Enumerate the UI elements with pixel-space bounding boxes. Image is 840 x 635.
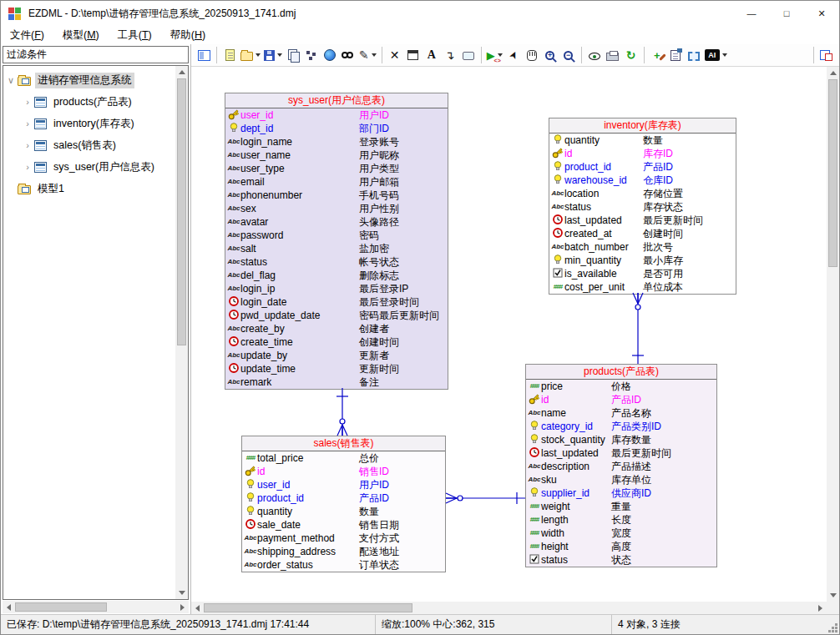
scroll-left-arrow-icon[interactable] (195, 605, 200, 612)
canvas-hscrollbar[interactable] (191, 602, 827, 614)
field-row-quantity[interactable]: quantity数量 (549, 134, 736, 147)
field-row-name[interactable]: Abcname产品名称 (526, 406, 716, 420)
connection-sys_user-sales[interactable] (337, 388, 348, 436)
scroll-up-arrow-icon[interactable] (830, 71, 837, 75)
auto-layout-button[interactable] (302, 45, 321, 65)
switch-window-button[interactable] (817, 45, 836, 65)
field-row-user_name[interactable]: Abcuser_name用户昵称 (225, 149, 448, 162)
field-row-create_time[interactable]: create_time创建时间 (225, 335, 448, 349)
connection-products-inventory[interactable] (632, 293, 644, 364)
delete-button[interactable]: ✕ (386, 45, 404, 65)
add-tool-button[interactable]: + (648, 45, 666, 65)
tree-chevron-icon[interactable]: › (22, 162, 33, 172)
entity-sys_user[interactable]: sys_user(用户信息表)user_id用户IDdept_id部门IDAbc… (225, 93, 448, 390)
entity-title[interactable]: sys_user(用户信息表) (225, 93, 448, 108)
tree-chevron-icon[interactable]: ∨ (5, 75, 17, 86)
scroll-down-arrow-icon[interactable] (830, 593, 837, 597)
connection-products-sales[interactable] (446, 492, 525, 504)
field-row-pwd_update_date[interactable]: pwd_update_date密码最后更新时间 (225, 309, 448, 322)
tree-hscroll-thumb[interactable] (15, 602, 107, 612)
menu-item-model[interactable]: 模型(M) (53, 26, 109, 44)
entity-title[interactable]: products(产品表) (526, 365, 716, 380)
tree-vscroll-thumb[interactable] (177, 78, 186, 345)
field-row-created_at[interactable]: created_at创建时间 (549, 227, 736, 240)
open-file-button[interactable] (239, 45, 262, 65)
scroll-right-arrow-icon[interactable] (180, 604, 185, 611)
field-row-description[interactable]: Abcdescription产品描述 (526, 460, 716, 473)
field-row-email[interactable]: Abcemail用户邮箱 (225, 175, 448, 189)
field-row-login_ip[interactable]: Abclogin_ip最后登录IP (225, 282, 448, 295)
field-row-update_time[interactable]: update_time更新时间 (225, 362, 448, 375)
copy-button[interactable] (284, 45, 302, 65)
field-row-password[interactable]: Abcpassword密码 (225, 229, 448, 242)
dropdown-arrow-icon[interactable] (722, 53, 727, 57)
new-connection-button[interactable]: ↴ (441, 45, 459, 65)
menu-item-file[interactable]: 文件(F) (1, 26, 53, 44)
tree-item-table-products[interactable]: ›products(产品表) (5, 91, 175, 113)
entity-title[interactable]: sales(销售表) (242, 436, 445, 451)
field-row-stock_quantity[interactable]: stock_quantity库存数量 (526, 433, 716, 446)
field-row-login_date[interactable]: login_date最后登录时间 (225, 295, 448, 309)
entity-products[interactable]: products(产品表)###price价格id产品IDAbcname产品名称… (525, 364, 717, 567)
zoom-in-button[interactable]: + (541, 45, 559, 65)
preview-eye-button[interactable] (585, 45, 604, 65)
tree-chevron-icon[interactable]: › (22, 118, 33, 129)
entity-inventory[interactable]: inventory(库存表)quantity数量id库存IDproduct_id… (549, 118, 736, 295)
field-row-is_available[interactable]: is_available是否可用 (549, 267, 736, 280)
field-row-length[interactable]: ###length长度 (526, 513, 716, 527)
save-button[interactable] (262, 45, 284, 65)
tree-hscrollbar[interactable] (3, 601, 189, 613)
field-row-supplier_id[interactable]: supplier_id供应商ID (526, 486, 716, 500)
field-row-category_id[interactable]: category_id产品类别ID (526, 420, 716, 433)
field-row-width[interactable]: ###width宽度 (526, 527, 716, 540)
refresh-button[interactable]: ↻ (622, 45, 640, 65)
field-row-id[interactable]: id库存ID (549, 147, 736, 160)
close-button[interactable]: ✕ (804, 1, 839, 26)
select-area-button[interactable] (685, 45, 703, 65)
run-button[interactable]: ▶ (485, 45, 504, 65)
dropdown-arrow-icon[interactable] (256, 53, 261, 57)
field-row-warehouse_id[interactable]: warehouse_id仓库ID (549, 174, 736, 187)
field-row-status[interactable]: status状态 (526, 553, 716, 567)
zoom-out-button[interactable]: − (559, 45, 578, 65)
new-file-button[interactable] (220, 45, 239, 65)
print-button[interactable] (604, 45, 622, 65)
field-row-del_flag[interactable]: Abcdel_flag删除标志 (225, 269, 448, 282)
new-text-button[interactable]: A (423, 45, 441, 65)
field-row-product_id[interactable]: product_id产品ID (242, 491, 445, 505)
field-row-order_status[interactable]: Abcorder_status订单状态 (242, 558, 445, 572)
field-row-price[interactable]: ###price价格 (526, 380, 716, 393)
tree-item-table-sales[interactable]: ›sales(销售表) (5, 134, 175, 156)
resize-grip[interactable] (835, 630, 837, 632)
field-row-remark[interactable]: Abcremark备注 (225, 375, 448, 389)
field-row-dept_id[interactable]: dept_id部门ID (225, 122, 448, 135)
field-row-salt[interactable]: Abcsalt盐加密 (225, 242, 448, 255)
field-row-height[interactable]: ###height高度 (526, 540, 716, 553)
field-row-cost_per_unit[interactable]: ###cost_per_unit单位成本 (549, 280, 736, 294)
field-row-min_quantity[interactable]: min_quantity最小库存 (549, 254, 736, 267)
scroll-down-arrow-icon[interactable] (179, 591, 185, 595)
maximize-button[interactable]: □ (769, 1, 804, 26)
ai-button[interactable]: AI (703, 45, 729, 65)
tree-item-table-inventory[interactable]: ›inventory(库存表) (5, 113, 175, 134)
select-cursor-button[interactable]: ➤ (504, 45, 523, 65)
tree-item-model-root[interactable]: ∨进销存管理信息系统 (5, 69, 175, 91)
field-row-sex[interactable]: Abcsex用户性别 (225, 202, 448, 215)
field-row-user_id[interactable]: user_id用户ID (242, 478, 445, 491)
canvas-vscrollbar[interactable] (827, 67, 839, 602)
field-row-sku[interactable]: Abcsku库存单位 (526, 473, 716, 486)
field-row-create_by[interactable]: Abccreate_by创建者 (225, 322, 448, 335)
toggle-sidebar-button[interactable] (195, 45, 213, 65)
field-row-last_updated[interactable]: last_updated最后更新时间 (526, 446, 716, 460)
properties-button[interactable] (666, 45, 685, 65)
tree-vscrollbar[interactable] (175, 66, 188, 599)
field-row-last_updated[interactable]: last_updated最后更新时间 (549, 214, 736, 227)
menu-item-help[interactable]: 帮助(H) (161, 26, 215, 44)
tree-item-model-1[interactable]: 模型1 (5, 178, 175, 199)
dropdown-arrow-icon[interactable] (372, 53, 377, 57)
field-row-weight[interactable]: ###weight重量 (526, 500, 716, 513)
field-row-id[interactable]: id销售ID (242, 465, 445, 478)
field-row-user_type[interactable]: Abcuser_type用户类型 (225, 162, 448, 175)
new-table-button[interactable] (404, 45, 423, 65)
tree-chevron-icon[interactable]: › (22, 140, 33, 150)
